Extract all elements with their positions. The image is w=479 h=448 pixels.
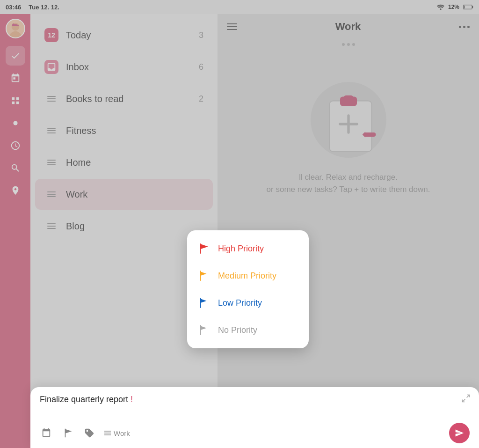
priority-item-high[interactable]: High Priority xyxy=(187,235,309,262)
expand-button[interactable] xyxy=(461,394,471,405)
high-priority-label: High Priority xyxy=(218,244,264,254)
task-text-content: Finalize quarterly report xyxy=(40,395,131,404)
flag-toolbar-button[interactable] xyxy=(61,426,74,440)
medium-priority-label: Medium Priority xyxy=(218,271,276,281)
high-priority-flag-icon xyxy=(197,242,210,255)
priority-popup: High Priority Medium Priority Low Priori… xyxy=(187,230,309,348)
priority-item-low[interactable]: Low Priority xyxy=(187,289,309,316)
task-exclamation: ! xyxy=(131,395,133,404)
no-priority-flag-icon xyxy=(197,324,210,336)
no-priority-label: No Priority xyxy=(218,325,257,335)
send-button[interactable] xyxy=(449,423,470,443)
overlay xyxy=(0,0,479,448)
low-priority-label: Low Priority xyxy=(218,298,262,308)
list-selector[interactable]: Work xyxy=(104,429,130,437)
calendar-toolbar-button[interactable] xyxy=(40,426,53,440)
medium-priority-flag-icon xyxy=(197,270,210,282)
priority-item-none[interactable]: No Priority xyxy=(187,316,309,344)
task-input-bar: Finalize quarterly report ! Work xyxy=(30,387,479,448)
task-input-text[interactable]: Finalize quarterly report ! xyxy=(40,395,470,418)
tag-toolbar-button[interactable] xyxy=(83,426,96,440)
low-priority-flag-icon xyxy=(197,297,210,309)
priority-item-medium[interactable]: Medium Priority xyxy=(187,262,309,289)
list-name: Work xyxy=(114,429,130,437)
task-input-toolbar: Work xyxy=(40,423,470,443)
